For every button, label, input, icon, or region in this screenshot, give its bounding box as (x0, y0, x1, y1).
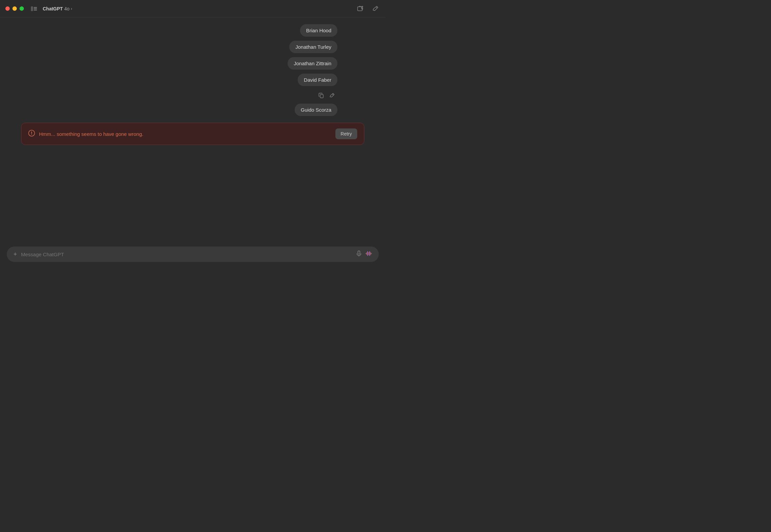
messages-container: Brian Hood Jonathan Turley Jonathan Zitt… (41, 24, 344, 116)
input-right-icons (356, 251, 372, 258)
error-message: Hmm... something seems to have gone wron… (39, 131, 143, 137)
user-bubble-5[interactable]: Guido Scorza (295, 104, 337, 116)
sidebar-toggle-button[interactable] (29, 4, 39, 13)
title-bar: ChatGPT 4o › (0, 0, 386, 17)
user-messages: Brian Hood Jonathan Turley Jonathan Zitt… (48, 24, 337, 116)
add-attachment-button[interactable]: + (13, 251, 17, 258)
svg-rect-3 (34, 10, 37, 10)
error-icon (28, 130, 35, 138)
svg-point-5 (362, 6, 363, 7)
title-bar-actions (356, 4, 380, 13)
svg-point-9 (31, 134, 32, 135)
message-input[interactable] (21, 252, 352, 257)
traffic-lights (5, 6, 24, 11)
model-version: 4o (64, 6, 70, 11)
input-area: + (0, 242, 386, 266)
svg-rect-10 (358, 251, 360, 254)
svg-rect-1 (34, 7, 37, 8)
close-button[interactable] (5, 6, 10, 11)
maximize-button[interactable] (20, 6, 24, 11)
main-content: Brian Hood Jonathan Turley Jonathan Zitt… (0, 17, 386, 242)
user-bubble-3[interactable]: Jonathan Zittrain (288, 57, 337, 70)
user-bubble-4[interactable]: David Faber (298, 74, 337, 86)
svg-rect-7 (320, 94, 323, 98)
minimize-button[interactable] (12, 6, 17, 11)
user-bubble-1[interactable]: Brian Hood (300, 24, 337, 37)
app-name: ChatGPT (43, 6, 63, 11)
microphone-icon[interactable] (356, 251, 362, 258)
compose-button[interactable] (371, 4, 380, 13)
edit-icon[interactable] (328, 91, 336, 100)
bubble-actions (317, 91, 337, 100)
copy-icon[interactable] (317, 91, 325, 100)
svg-rect-2 (34, 8, 37, 9)
user-bubble-2[interactable]: Jonathan Turley (289, 41, 337, 53)
svg-rect-0 (31, 6, 33, 11)
error-left: Hmm... something seems to have gone wron… (28, 130, 143, 138)
svg-point-6 (362, 8, 363, 9)
chevron-icon: › (71, 6, 72, 11)
audio-waves-icon[interactable] (365, 251, 372, 258)
input-container: + (7, 246, 379, 262)
share-button[interactable] (356, 4, 365, 13)
error-banner: Hmm... something seems to have gone wron… (21, 123, 364, 145)
app-title: ChatGPT 4o › (43, 6, 72, 11)
retry-button[interactable]: Retry (335, 128, 357, 139)
error-container: Hmm... something seems to have gone wron… (14, 123, 371, 145)
